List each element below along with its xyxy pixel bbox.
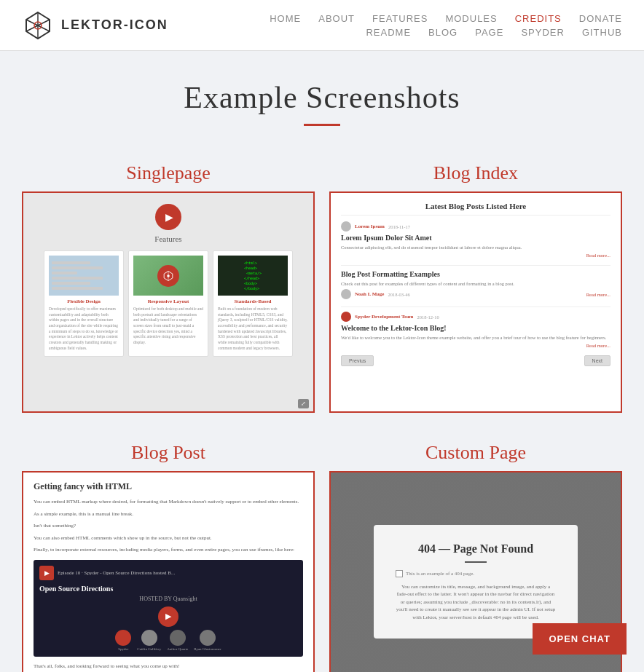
nav-github[interactable]: GITHUB <box>582 27 622 38</box>
avatar-name-spyder: Spyder <box>115 647 131 651</box>
video-embed: ▶ Episode 10 · Spyder - Open Source Dire… <box>34 560 303 657</box>
checkbox-label: This is an example of a 404 page. <box>406 571 474 577</box>
flex-line-2 <box>52 266 103 269</box>
page-404-title: 404 — Page Not Found <box>396 542 556 556</box>
blog-post-item-2: Blog Post Formatting Examples Check out … <box>341 270 610 299</box>
page-title-section: Example Screenshots <box>0 51 644 141</box>
video-logo: ▶ <box>39 566 54 580</box>
nav-about[interactable]: ABOUT <box>318 13 355 24</box>
flex-line-3 <box>52 272 77 274</box>
singlepage-frame: Features <box>22 191 315 413</box>
page-404-divider <box>465 561 487 563</box>
bp-readmore-1[interactable]: Read more... <box>341 253 610 258</box>
mock-card-responsive: Responsive Layout Optimized for both des… <box>128 250 208 357</box>
screenshots-grid-top: Singlepage Features <box>0 141 644 435</box>
card-img-responsive <box>133 256 203 296</box>
avatar-caitlin: Caitlin Gallifrey <box>137 630 161 651</box>
avatar-circle-caitlin <box>141 630 157 646</box>
mock-card-flexible: Flexible Design Developed specifically t… <box>44 250 124 357</box>
nav-page[interactable]: PAGE <box>475 27 503 38</box>
avatar-circle-ryan <box>200 630 216 646</box>
bp-content-5: Finally, to incorporate external resourc… <box>34 546 303 554</box>
bp-date-2: 2018-03-46 <box>388 292 409 297</box>
blog-post-frame: Getting fancy with HTML You can embed HT… <box>22 471 315 672</box>
standards-code: <html> <head> <meta/> </head> <body> </b… <box>241 258 264 294</box>
video-avatars: Spyder Caitlin Gallifrey Author Quartz <box>39 630 297 651</box>
logo-text: LEKTOR-ICON <box>61 17 168 33</box>
blog-index-section: Blog Index Latest Blog Posts Listed Here… <box>322 155 629 420</box>
bp-footer-text: That's all, folks, and looking forward t… <box>34 663 303 671</box>
nav-blog[interactable]: BLOG <box>428 27 458 38</box>
blog-mock-title: Latest Blog Posts Listed Here <box>341 202 610 216</box>
bp-meta-3: Spyder Development Team 2018-12-10 <box>341 312 610 322</box>
bp-readmore-3[interactable]: Read more... <box>341 343 610 348</box>
nav-row-2: README BLOG PAGE SPYDER GITHUB <box>366 27 622 38</box>
avatar-circle-author <box>170 630 186 646</box>
bp-post-title-3[interactable]: Welcome to the Lektor-Icon Blog! <box>341 324 610 332</box>
bp-post-title-2[interactable]: Blog Post Formatting Examples <box>341 270 610 278</box>
nav-credits[interactable]: CREDITS <box>515 13 562 24</box>
mock-card-standards: <html> <head> <meta/> </head> <body> </b… <box>213 250 293 357</box>
blog-index-mock: Latest Blog Posts Listed Here Lorem Ipsu… <box>331 193 621 411</box>
blog-post-item-1: Lorem Ipsum 2018-11-17 Lorem Ipsum Dolor… <box>341 221 610 258</box>
nav-row-1: HOME ABOUT FEATURES MODULES CREDITS DONA… <box>270 13 622 24</box>
responsive-logo <box>157 265 179 287</box>
bp-content-4: You can also embed HTML comments which s… <box>34 534 303 542</box>
card-text-flexible: Developed specifically to offer maximum … <box>49 307 119 352</box>
expand-button[interactable]: ⤢ <box>298 399 309 408</box>
card-title-responsive: Responsive Layout <box>133 299 203 304</box>
bp-author-1: Lorem Ipsum <box>355 224 385 229</box>
nav-donate[interactable]: DONATE <box>579 13 622 24</box>
video-top-bar: ▶ Episode 10 · Spyder - Open Source Dire… <box>39 566 297 580</box>
bp-post-title-1[interactable]: Lorem Ipsum Dolor Sit Amet <box>341 234 610 242</box>
blog-nav-buttons: Previus Next <box>341 355 610 366</box>
blog-index-label: Blog Index <box>329 162 622 184</box>
nav-features[interactable]: FEATURES <box>372 13 428 24</box>
main-nav: HOME ABOUT FEATURES MODULES CREDITS DONA… <box>270 13 622 38</box>
video-channel: Episode 10 · Spyder - Open Source Direct… <box>58 570 175 576</box>
card-text-standards: Built on a foundation of modern web stan… <box>218 307 288 352</box>
checkbox-box[interactable] <box>396 570 403 577</box>
nav-spyder[interactable]: SPYDER <box>521 27 564 38</box>
blog-post-section: Blog Post Getting fancy with HTML You ca… <box>15 435 322 672</box>
play-button[interactable] <box>155 204 181 230</box>
custom-page-card: 404 — Page Not Found This is an example … <box>374 525 578 639</box>
nav-readme[interactable]: README <box>366 27 411 38</box>
nav-home[interactable]: HOME <box>270 13 301 24</box>
video-play-button[interactable]: ▶ <box>158 606 178 627</box>
logo-icon <box>22 9 54 41</box>
bp-excerpt-3: We'd like to welcome you to the Lektor-I… <box>341 334 610 341</box>
header: LEKTOR-ICON HOME ABOUT FEATURES MODULES … <box>0 0 644 51</box>
blog-post-mock: Getting fancy with HTML You can embed HT… <box>23 473 313 672</box>
bp-readmore-2[interactable]: Read more... <box>586 292 610 297</box>
next-button[interactable]: Next <box>584 355 610 366</box>
page-404-text: You can customize its title, message, an… <box>396 583 556 622</box>
avatar-spyder: Spyder <box>115 630 131 651</box>
prev-button[interactable]: Previus <box>341 355 374 366</box>
bp-content-1: You can embed HTML markup where desired,… <box>34 498 303 506</box>
bp-page-title: Getting fancy with HTML <box>34 481 303 492</box>
avatar-ryan: Ryan Glastonomer <box>194 630 221 651</box>
flex-line-4 <box>52 277 103 280</box>
video-title: Open Source Directions <box>39 585 297 593</box>
nav-modules[interactable]: MODULES <box>445 13 497 24</box>
avatar-name-ryan: Ryan Glastonomer <box>194 647 221 651</box>
card-img-standards: <html> <head> <meta/> </head> <body> </b… <box>218 256 288 296</box>
card-img-flexible <box>49 256 119 296</box>
page-404-checkbox-row: This is an example of a 404 page. <box>396 570 556 577</box>
avatar-circle-spyder <box>115 630 131 646</box>
bp-content-3: Isn't that something? <box>34 522 303 530</box>
bp-divider-1 <box>341 265 610 266</box>
singlepage-mock: Features <box>23 193 313 411</box>
card-text-responsive: Optimized for both desktop and mobile an… <box>133 307 203 346</box>
bp-date-1: 2018-11-17 <box>388 224 410 229</box>
custom-page-label: Custom Page <box>329 442 622 464</box>
flex-line-1 <box>52 261 90 264</box>
page-title-underline <box>304 124 340 126</box>
page-title: Example Screenshots <box>15 80 629 115</box>
flex-line-6 <box>52 287 103 290</box>
flex-line-5 <box>52 282 90 285</box>
logo[interactable]: LEKTOR-ICON <box>22 9 168 41</box>
open-chat-button[interactable]: OPEN CHAT <box>533 623 627 655</box>
bp-divider-2 <box>341 307 610 307</box>
